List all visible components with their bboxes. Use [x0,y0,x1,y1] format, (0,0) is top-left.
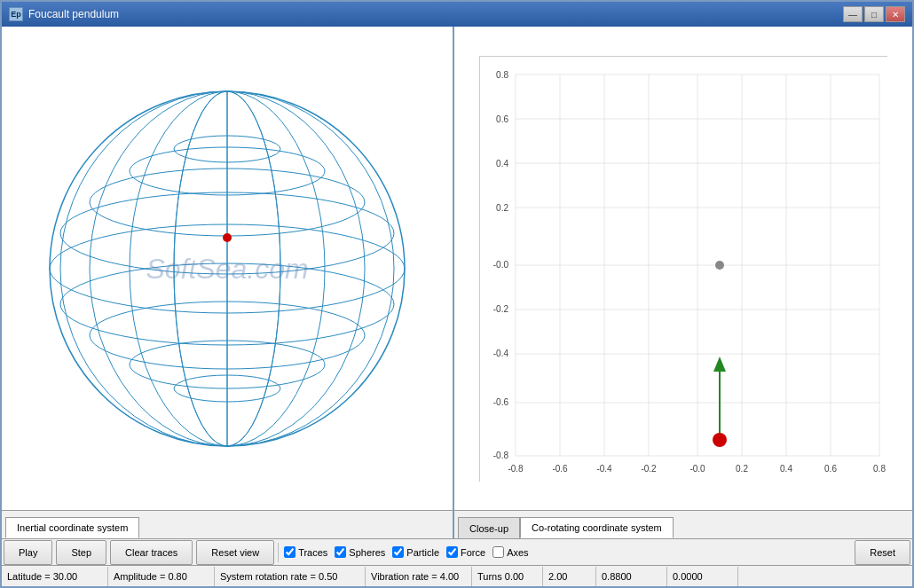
step-button[interactable]: Step [56,540,106,565]
svg-text:-0.8: -0.8 [508,464,524,474]
pivot-point [715,261,724,270]
axes-checkbox-group: Axes [492,546,528,558]
left-panel: SoftSea.com [2,27,454,510]
app-icon: Ep [9,7,23,21]
app-window: Ep Foucault pendulum — □ ✕ [0,0,914,588]
vibration-rate-field: Vibration rate = 4.00 [366,567,472,586]
latitude-field: Latitude = 30.00 [2,567,108,586]
clear-traces-button[interactable]: Clear traces [110,540,193,565]
traces-checkbox-group: Traces [284,546,327,558]
tab-section: Inertial coordinate system Close-up Co-r… [2,510,912,538]
svg-text:0.2: 0.2 [496,203,508,213]
graph-svg: 0.8 0.6 0.4 0.2 -0.0 -0.2 -0.4 -0.6 -0.8… [480,57,888,482]
svg-text:0.8: 0.8 [873,464,886,474]
spheres-checkbox-group: Spheres [335,546,385,558]
axes-checkbox[interactable] [492,546,504,558]
minimize-button[interactable]: — [843,6,863,22]
main-content: SoftSea.com [2,27,912,510]
force-label[interactable]: Force [461,547,485,558]
control-bar: Play Step Clear traces Reset view Traces… [2,538,912,565]
separator-1 [278,543,279,562]
particle-label[interactable]: Particle [406,547,439,558]
svg-text:0.4: 0.4 [496,159,508,169]
val2-field: 0.8800 [596,567,667,586]
spheres-checkbox[interactable] [335,546,346,558]
particle-checkbox[interactable] [392,546,404,558]
force-checkbox[interactable] [446,546,458,558]
pendulum-bob [713,433,727,447]
svg-text:0.2: 0.2 [736,464,748,474]
svg-text:-0.4: -0.4 [493,349,509,358]
close-button[interactable]: ✕ [886,6,905,22]
val1-field: 2.00 [543,567,596,586]
graph-area: 0.8 0.6 0.4 0.2 -0.0 -0.2 -0.4 -0.6 -0.8… [479,56,887,482]
val3-field: 0.0000 [667,567,738,586]
turns-field: Turns 0.00 [472,567,543,586]
svg-text:0.4: 0.4 [780,464,792,474]
globe-svg [36,65,418,473]
tab-closeup[interactable]: Close-up [458,517,520,538]
traces-label[interactable]: Traces [298,547,327,558]
globe-canvas: SoftSea.com [36,65,418,473]
tab-inertial[interactable]: Inertial coordinate system [5,517,139,538]
tab-corotating[interactable]: Co-rotating coordinate system [520,517,674,538]
right-tabs: Close-up Co-rotating coordinate system [454,511,912,538]
title-bar-left: Ep Foucault pendulum [9,7,119,21]
svg-text:-0.6: -0.6 [552,464,568,474]
svg-rect-16 [480,57,888,482]
traces-checkbox[interactable] [284,546,295,558]
reset-view-button[interactable]: Reset view [196,540,274,565]
svg-text:-0.2: -0.2 [641,464,657,474]
maximize-button[interactable]: □ [864,6,884,22]
svg-text:-0.8: -0.8 [493,451,509,460]
svg-text:0.6: 0.6 [496,114,508,124]
svg-text:-0.4: -0.4 [596,464,612,474]
right-panel: 0.8 0.6 0.4 0.2 -0.0 -0.2 -0.4 -0.6 -0.8… [454,27,912,510]
axes-label[interactable]: Axes [507,547,528,558]
svg-text:-0.0: -0.0 [689,464,705,474]
play-button[interactable]: Play [4,540,52,565]
spheres-label[interactable]: Spheres [349,547,385,558]
svg-text:-0.0: -0.0 [493,260,509,270]
svg-text:0.6: 0.6 [824,464,837,474]
reset-button[interactable]: Reset [855,540,910,565]
svg-text:-0.6: -0.6 [493,397,509,407]
window-controls: — □ ✕ [843,6,905,22]
svg-text:0.8: 0.8 [496,70,508,80]
svg-text:-0.2: -0.2 [493,304,509,314]
left-tabs: Inertial coordinate system [2,511,454,538]
system-rotation-field: System rotation rate = 0.50 [215,567,366,586]
window-title: Foucault pendulum [28,8,119,20]
globe-pivot-dot [223,233,232,242]
status-bar: Latitude = 30.00 Amplitude = 0.80 System… [2,565,912,586]
particle-checkbox-group: Particle [392,546,439,558]
title-bar: Ep Foucault pendulum — □ ✕ [2,2,912,27]
force-checkbox-group: Force [446,546,485,558]
amplitude-field: Amplitude = 0.80 [108,567,215,586]
